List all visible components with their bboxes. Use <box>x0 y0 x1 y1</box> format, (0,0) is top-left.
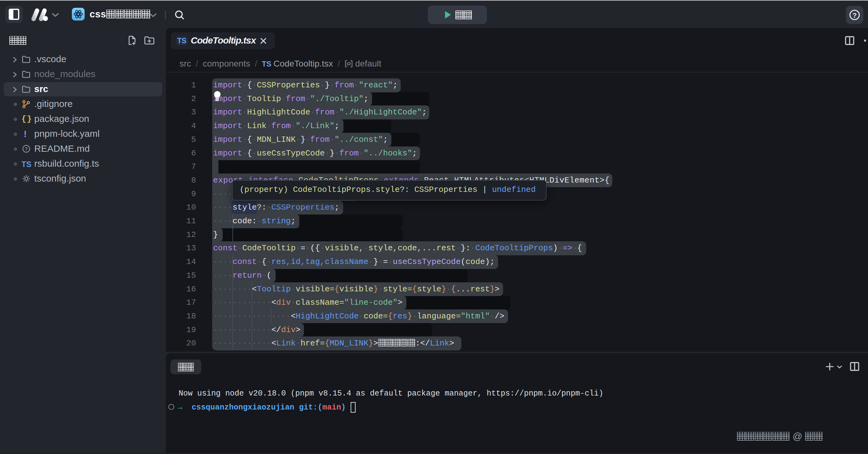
svg-text:?: ? <box>852 11 857 19</box>
svg-text:?: ? <box>25 146 28 152</box>
